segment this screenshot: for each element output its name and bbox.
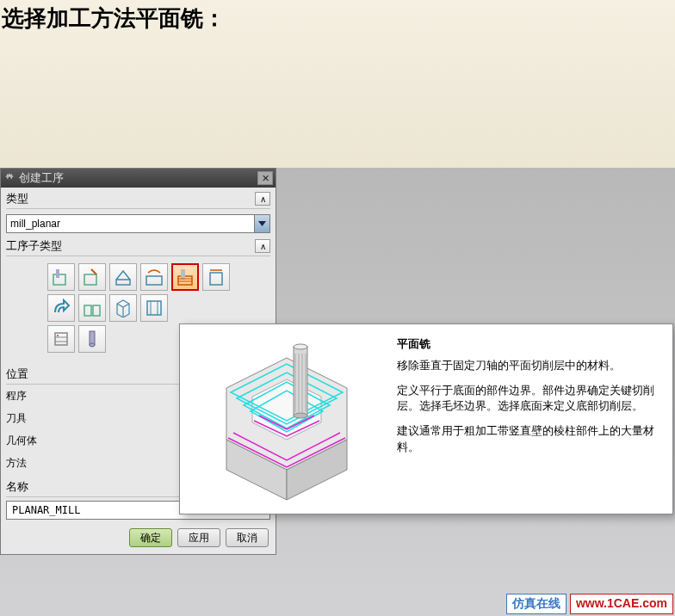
op-icon-4[interactable] xyxy=(140,263,168,291)
gear-icon xyxy=(3,172,15,184)
tool-label: 刀具 xyxy=(6,411,27,426)
svg-rect-2 xyxy=(56,269,59,278)
tooltip-p1: 移除垂直于固定刀轴的平面切削层中的材料。 xyxy=(397,358,660,374)
cancel-button[interactable]: 取消 xyxy=(226,528,269,547)
dialog-title: 创建工序 xyxy=(19,170,257,186)
location-section-label: 位置 xyxy=(6,367,28,382)
type-value: mill_planar xyxy=(10,218,60,230)
op-icon-planar-mill[interactable] xyxy=(171,263,199,291)
ok-button[interactable]: 确定 xyxy=(129,528,172,547)
footer-watermark: 仿真在线 www.1CAE.com xyxy=(506,594,673,614)
footer-badge-right: www.1CAE.com xyxy=(570,594,673,614)
op-icon-9[interactable] xyxy=(109,294,137,322)
op-icon-2[interactable] xyxy=(78,263,106,291)
svg-point-0 xyxy=(9,177,11,180)
op-icon-6[interactable] xyxy=(202,263,230,291)
svg-point-24 xyxy=(294,413,307,418)
tooltip-illustration xyxy=(192,336,381,503)
method-label: 方法 xyxy=(6,456,27,471)
tooltip-p2: 定义平行于底面的部件边界。部件边界确定关键切削层。选择毛坯边界。选择底面来定义底… xyxy=(397,383,660,416)
svg-point-19 xyxy=(57,335,59,336)
chevron-down-icon xyxy=(254,215,269,232)
op-icon-11[interactable] xyxy=(47,325,75,353)
svg-rect-4 xyxy=(146,276,162,285)
svg-rect-13 xyxy=(147,301,161,315)
collapse-subtype-button[interactable]: ∧ xyxy=(255,239,270,253)
svg-rect-6 xyxy=(181,269,185,280)
svg-rect-3 xyxy=(84,274,96,285)
name-section-label: 名称 xyxy=(6,479,28,495)
svg-rect-9 xyxy=(210,273,222,285)
close-button[interactable]: ✕ xyxy=(257,171,273,185)
svg-rect-12 xyxy=(93,305,100,316)
tooltip-p3: 建议通常用于粗加工带竖直壁的棱柱部件上的大量材料。 xyxy=(397,423,660,456)
footer-badge-left: 仿真在线 xyxy=(506,594,567,614)
tooltip-title: 平面铣 xyxy=(397,336,660,353)
program-label: 程序 xyxy=(6,389,27,403)
op-icon-12[interactable] xyxy=(78,325,106,353)
page-title: 选择加工方法平面铣： xyxy=(2,3,673,34)
planar-mill-tooltip: 平面铣 移除垂直于固定刀轴的平面切削层中的材料。 定义平行于底面的部件边界。部件… xyxy=(179,323,673,514)
apply-button[interactable]: 应用 xyxy=(177,528,220,547)
svg-point-23 xyxy=(294,344,307,349)
collapse-type-button[interactable]: ∧ xyxy=(255,192,270,206)
type-select[interactable]: mill_planar xyxy=(6,214,270,233)
dialog-titlebar[interactable]: 创建工序 ✕ xyxy=(1,169,276,188)
type-section-label: 类型 xyxy=(6,191,28,206)
svg-rect-16 xyxy=(55,333,67,345)
op-icon-10[interactable] xyxy=(140,294,168,322)
op-icon-3[interactable] xyxy=(109,263,137,291)
op-icon-1[interactable] xyxy=(47,263,75,291)
svg-point-21 xyxy=(90,343,95,347)
op-icon-7[interactable] xyxy=(47,294,75,322)
geometry-label: 几何体 xyxy=(6,434,37,448)
subtype-section-label: 工序子类型 xyxy=(6,238,62,254)
op-icon-8[interactable] xyxy=(78,294,106,322)
svg-rect-11 xyxy=(84,305,91,316)
